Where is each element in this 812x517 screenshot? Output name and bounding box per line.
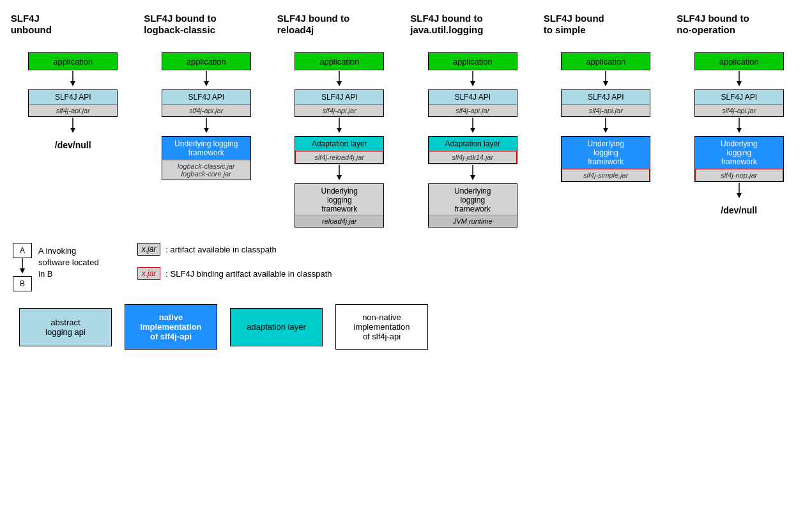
- column-nop: SLF4J bound tono-operation application S…: [677, 13, 801, 219]
- col4-arrow1: [466, 70, 479, 89]
- col3-framework-jar: reload4j.jar: [295, 215, 383, 227]
- diagram-container: SLF4Junbound application SLF4J API slf4j…: [0, 0, 812, 362]
- column-jul: SLF4J bound tojava.util.logging applicat…: [410, 13, 535, 228]
- bottom-legend: abstractlogging api native implementatio…: [6, 304, 806, 350]
- columns-area: SLF4Junbound application SLF4J API slf4j…: [6, 13, 806, 228]
- col5-api: SLF4J API slf4j-api.jar: [561, 89, 650, 117]
- svg-marker-23: [603, 128, 608, 133]
- col5-api-jar: slf4j-api.jar: [562, 104, 650, 116]
- svg-marker-25: [737, 81, 742, 86]
- col4-framework-jar: JVM runtime: [429, 215, 517, 227]
- svg-marker-9: [337, 81, 342, 86]
- col1-api: SLF4J API slf4j-api.jar: [28, 89, 118, 117]
- col6-null: /dev/null: [721, 205, 757, 215]
- col2-title: SLF4J bound tologback-classic: [144, 13, 268, 45]
- col2-api: SLF4J API slf4j-api.jar: [162, 89, 251, 117]
- col6-framework: Underlyingloggingframework slf4j-nop.jar: [694, 136, 784, 182]
- legend-artifact-text: : artifact available in classpath: [165, 245, 276, 254]
- invoke-arrow: [16, 258, 29, 276]
- col3-arrow2: [333, 117, 346, 136]
- col6-framework-label: Underlyingloggingframework: [695, 137, 783, 167]
- column-unbound: SLF4Junbound application SLF4J API slf4j…: [11, 13, 135, 154]
- col3-app: application: [295, 52, 384, 70]
- svg-marker-31: [20, 268, 25, 274]
- col1-api-jar: slf4j-api.jar: [29, 104, 117, 116]
- col1-api-label: SLF4J API: [29, 90, 117, 103]
- col2-framework-label: Underlying loggingframework: [162, 137, 250, 158]
- svg-marker-21: [603, 81, 608, 86]
- col4-title: SLF4J bound tojava.util.logging: [410, 13, 535, 45]
- invoke-diagram: A B: [13, 243, 32, 291]
- col3-api-jar: slf4j-api.jar: [295, 104, 383, 116]
- col3-framework-label: Underlyingloggingframework: [295, 184, 383, 215]
- col4-framework: Underlyingloggingframework JVM runtime: [428, 183, 517, 228]
- col3-adaptation-label: Adaptation layer: [295, 137, 383, 150]
- col4-arrow2: [466, 117, 479, 136]
- col3-api-label: SLF4J API: [295, 90, 383, 103]
- col1-title: SLF4Junbound: [11, 13, 135, 45]
- col5-framework: Underlyingloggingframework slf4j-simple.…: [561, 136, 650, 182]
- col2-arrow2: [200, 117, 213, 136]
- col2-api-label: SLF4J API: [162, 90, 250, 103]
- col3-api: SLF4J API slf4j-api.jar: [295, 89, 384, 117]
- col5-app: application: [561, 52, 650, 70]
- col4-framework-label: Underlyingloggingframework: [429, 184, 517, 215]
- svg-marker-3: [70, 128, 75, 133]
- svg-marker-11: [337, 128, 342, 133]
- invoke-text: A invokingsoftware locatedin B: [38, 245, 99, 281]
- legend-binding-row: x.jar : SLF4J binding artifact available…: [137, 267, 332, 280]
- svg-marker-5: [204, 81, 209, 86]
- col2-framework-jar: logback-classic.jarlogback-core.jar: [162, 160, 250, 180]
- col6-api: SLF4J API slf4j-api.jar: [694, 89, 784, 117]
- col2-app: application: [162, 52, 251, 70]
- col6-arrow2: [733, 117, 746, 136]
- col3-framework: Underlyingloggingframework reload4j.jar: [295, 183, 384, 228]
- col2-arrow1: [200, 70, 213, 89]
- col5-framework-jar: slf4j-simple.jar: [562, 169, 650, 181]
- col2-framework: Underlying loggingframework logback-clas…: [162, 136, 251, 180]
- col2-api-jar: slf4j-api.jar: [162, 104, 250, 116]
- svg-marker-27: [737, 128, 742, 133]
- col1-arrow2: [66, 117, 79, 136]
- legend-adaptation-layer: adaptation layer: [230, 308, 323, 346]
- legend-nonnative-impl: non-nativeimplementationof slf4j-api: [335, 304, 428, 350]
- col5-arrow2: [599, 117, 612, 136]
- col6-title: SLF4J bound tono-operation: [677, 13, 801, 45]
- column-logback: SLF4J bound tologback-classic applicatio…: [144, 13, 268, 180]
- invoke-box-b: B: [13, 276, 32, 291]
- col6-arrow1: [733, 70, 746, 89]
- legend-artifact-row: x.jar : artifact available in classpath: [137, 243, 332, 256]
- col6-api-label: SLF4J API: [695, 90, 783, 103]
- col6-arrow3: [733, 182, 746, 201]
- legend-abstract-api: abstractlogging api: [19, 308, 112, 346]
- svg-marker-13: [337, 175, 342, 180]
- col6-framework-jar: slf4j-nop.jar: [695, 169, 783, 181]
- col6-api-jar: slf4j-api.jar: [695, 104, 783, 116]
- col1-app: application: [28, 52, 118, 70]
- col3-adaptation-jar: slf4j-reload4j.jar: [295, 151, 383, 164]
- invoke-box-a: A: [13, 243, 32, 258]
- col4-adaptation-label: Adaptation layer: [429, 137, 517, 150]
- col5-title: SLF4J boundto simple: [544, 13, 668, 45]
- col4-adaptation: Adaptation layer slf4j-jdk14.jar: [428, 136, 517, 164]
- col3-arrow1: [333, 70, 346, 89]
- artifact-legend: x.jar : artifact available in classpath …: [137, 243, 332, 285]
- col4-api-label: SLF4J API: [429, 90, 517, 103]
- svg-marker-17: [470, 128, 475, 133]
- col4-app: application: [428, 52, 517, 70]
- svg-marker-19: [470, 175, 475, 180]
- col1-arrow1: [66, 70, 79, 89]
- col4-api-jar: slf4j-api.jar: [429, 104, 517, 116]
- col3-title: SLF4J bound toreload4j: [277, 13, 402, 45]
- col6-app: application: [694, 52, 784, 70]
- column-simple: SLF4J boundto simple application SLF4J A…: [544, 13, 668, 182]
- col3-arrow3: [333, 164, 346, 183]
- col4-arrow3: [466, 164, 479, 183]
- col5-framework-label: Underlyingloggingframework: [562, 137, 650, 167]
- legend-artifact-box: x.jar: [137, 243, 161, 256]
- col4-api: SLF4J API slf4j-api.jar: [428, 89, 517, 117]
- column-reload4j: SLF4J bound toreload4j application SLF4J…: [277, 13, 402, 228]
- svg-marker-29: [737, 193, 742, 198]
- legend-binding-text: : SLF4J binding artifact available in cl…: [165, 269, 332, 279]
- legend-native-impl: native implementationof slf4j-api: [125, 304, 217, 350]
